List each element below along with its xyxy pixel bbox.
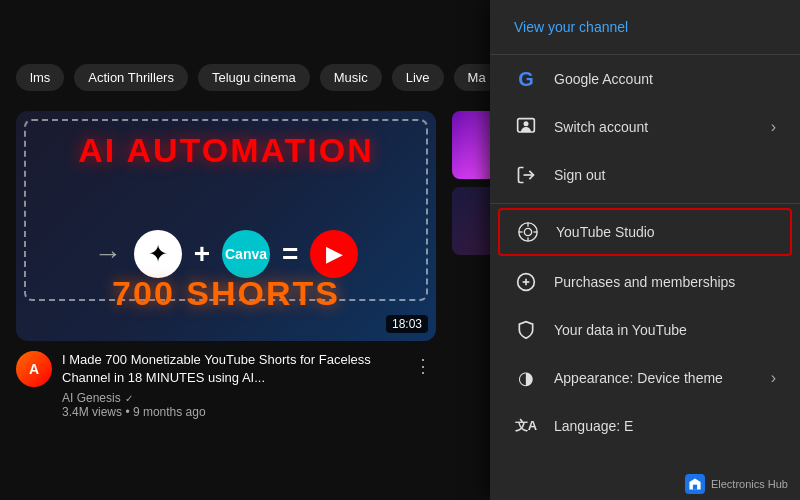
- eh-icon: [685, 474, 705, 494]
- language-icon: 文A: [514, 414, 538, 438]
- thumbnail-bg: AI AUTOMATION → ✦ + Canva = ▶ 700 SHORTS: [16, 111, 436, 341]
- sign-out-label: Sign out: [554, 167, 776, 183]
- switch-account-label: Switch account: [554, 119, 755, 135]
- purchases-label: Purchases and memberships: [554, 274, 776, 290]
- thumb-top-text: AI AUTOMATION: [16, 131, 436, 170]
- appearance-label: Appearance: Device theme: [554, 370, 755, 386]
- menu-item-sign-out[interactable]: Sign out: [490, 151, 800, 199]
- menu-item-your-data[interactable]: Your data in YouTube: [490, 306, 800, 354]
- menu-item-google-account[interactable]: G Google Account: [490, 55, 800, 103]
- your-data-icon: [514, 318, 538, 342]
- language-label: Language: E: [554, 418, 776, 434]
- dropdown-header: View your channel: [490, 0, 800, 55]
- more-options-button[interactable]: ⋮: [410, 351, 436, 381]
- svg-point-5: [524, 121, 529, 126]
- youtube-studio-icon: [516, 220, 540, 244]
- switch-account-icon: [514, 115, 538, 139]
- video-card: AI AUTOMATION → ✦ + Canva = ▶ 700 SHORTS…: [16, 111, 436, 429]
- thumbnail[interactable]: AI AUTOMATION → ✦ + Canva = ▶ 700 SHORTS…: [16, 111, 436, 341]
- openai-logo: ✦: [134, 230, 182, 278]
- category-pill-films[interactable]: lms: [16, 64, 64, 91]
- youtube-logo: ▶: [310, 230, 358, 278]
- google-account-label: Google Account: [554, 71, 776, 87]
- electronics-hub-label: Electronics Hub: [711, 478, 788, 490]
- menu-item-appearance[interactable]: ◑ Appearance: Device theme ›: [490, 354, 800, 402]
- youtube-studio-label: YouTube Studio: [556, 224, 774, 240]
- sign-out-icon: [514, 163, 538, 187]
- svg-point-8: [524, 228, 531, 235]
- account-dropdown: View your channel G Google Account Switc…: [490, 0, 800, 500]
- verified-icon: ✓: [125, 393, 133, 404]
- canva-logo: Canva: [222, 230, 270, 278]
- plus-sign: +: [194, 238, 210, 270]
- category-pill-action-thrillers[interactable]: Action Thrillers: [74, 64, 188, 91]
- purchases-icon: [514, 270, 538, 294]
- video-meta: I Made 700 Monetizable YouTube Shorts fo…: [62, 351, 400, 419]
- menu-item-language[interactable]: 文A Language: E: [490, 402, 800, 450]
- your-data-label: Your data in YouTube: [554, 322, 776, 338]
- menu-item-switch-account[interactable]: Switch account ›: [490, 103, 800, 151]
- svg-rect-16: [693, 485, 697, 490]
- appearance-icon: ◑: [514, 366, 538, 390]
- appearance-arrow: ›: [771, 369, 776, 387]
- category-pill-music[interactable]: Music: [320, 64, 382, 91]
- google-icon: G: [514, 67, 538, 91]
- electronics-hub-badge: Electronics Hub: [673, 468, 800, 500]
- menu-item-purchases[interactable]: Purchases and memberships: [490, 258, 800, 306]
- menu-item-youtube-studio[interactable]: YouTube Studio: [498, 208, 792, 256]
- thumb-bottom-text: 700 SHORTS: [16, 274, 436, 313]
- video-stats: 3.4M views • 9 months ago: [62, 405, 400, 419]
- equals-sign: =: [282, 238, 298, 270]
- view-channel-link[interactable]: View your channel: [514, 19, 628, 35]
- category-pill-telugu-cinema[interactable]: Telugu cinema: [198, 64, 310, 91]
- switch-account-arrow: ›: [771, 118, 776, 136]
- duration-badge: 18:03: [386, 315, 428, 333]
- thumb-icons-row: → ✦ + Canva = ▶: [94, 230, 359, 278]
- channel-avatar: A: [16, 351, 52, 387]
- divider-1: [490, 203, 800, 204]
- video-info: A I Made 700 Monetizable YouTube Shorts …: [16, 341, 436, 429]
- category-pill-live[interactable]: Live: [392, 64, 444, 91]
- video-channel: AI Genesis ✓: [62, 391, 400, 405]
- video-title[interactable]: I Made 700 Monetizable YouTube Shorts fo…: [62, 351, 400, 387]
